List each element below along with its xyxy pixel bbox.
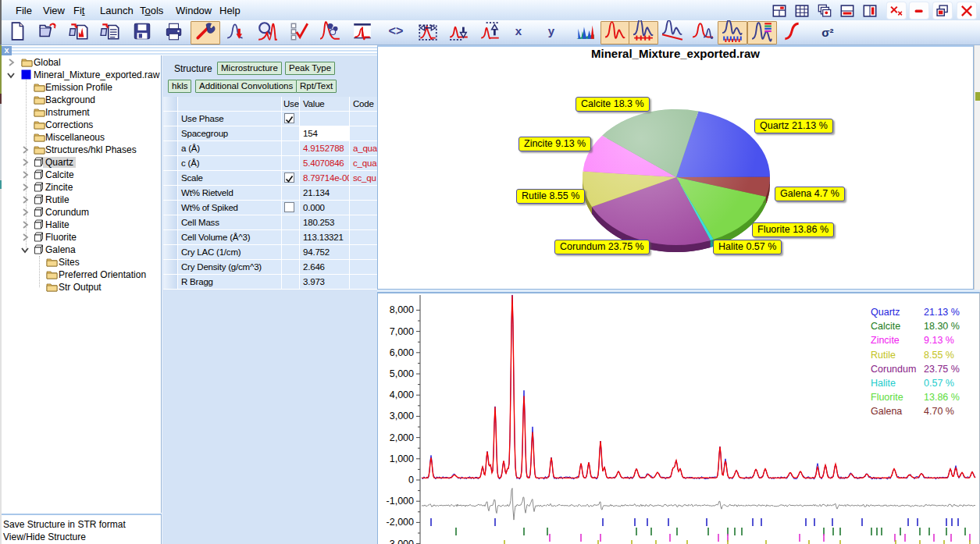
restore-button[interactable]	[933, 2, 952, 19]
tree-item-label[interactable]: Quartz	[43, 157, 76, 168]
tree-item-corrections[interactable]: Corrections	[0, 119, 162, 131]
checkbox-checked[interactable]	[284, 172, 294, 183]
panel-grip-bar[interactable]	[0, 45, 377, 55]
tree-item-label[interactable]: Background	[43, 94, 98, 105]
button-microstructure[interactable]: Microstructure	[217, 62, 282, 75]
tree-item-corundum[interactable]: Corundum	[0, 206, 162, 219]
code-cell[interactable]	[350, 201, 377, 215]
peak-shift-up-button[interactable]	[476, 21, 505, 44]
tree-item-label[interactable]: Sites	[56, 257, 82, 268]
tree-item-sites[interactable]: Sites	[0, 256, 162, 268]
chevron-right-icon[interactable]	[20, 220, 30, 229]
tree-item-halite[interactable]: Halite	[0, 219, 162, 231]
tree-item-label[interactable]: Mineral_Mixture_exported.raw	[31, 69, 162, 80]
tree-item-rutile[interactable]: Rutile	[0, 194, 162, 206]
row-header[interactable]	[163, 215, 178, 230]
code-cell[interactable]	[350, 230, 377, 245]
code-cell[interactable]	[350, 215, 377, 230]
docking-strip[interactable]	[974, 45, 980, 290]
fit-checklist-button[interactable]	[284, 21, 314, 44]
range-select-button[interactable]	[413, 21, 443, 44]
convolution-curve-button[interactable]	[777, 21, 807, 44]
new-document-button[interactable]	[2, 21, 32, 44]
value-cell[interactable]: 5.4070846	[300, 156, 350, 171]
import-document-button[interactable]	[96, 21, 126, 44]
code-cell[interactable]: c_qua	[350, 156, 377, 171]
chevron-right-icon[interactable]	[20, 158, 30, 167]
x-axis-button[interactable]: x	[504, 21, 533, 44]
value-cell[interactable]: 0.000	[300, 201, 350, 215]
sigma-squared-button[interactable]: σ²	[813, 21, 843, 44]
value-cell[interactable]	[300, 112, 350, 126]
menu-window[interactable]: Window	[173, 4, 215, 17]
code-cell[interactable]	[350, 260, 377, 275]
tree-item-label[interactable]: Corundum	[43, 207, 91, 218]
checkbox-checked[interactable]	[284, 113, 294, 123]
show-tick-marks-button[interactable]	[629, 21, 658, 44]
panel-close-icon[interactable]: x	[2, 46, 12, 55]
chevron-right-icon[interactable]	[6, 58, 16, 67]
button-hkls[interactable]: hkls	[168, 80, 191, 93]
tile-vertical-button[interactable]	[861, 2, 879, 19]
tree-item-label[interactable]: Instrument	[43, 107, 92, 118]
row-header[interactable]	[163, 126, 178, 141]
tree-item-quartz[interactable]: Quartz	[0, 156, 162, 169]
tree-item-calcite[interactable]: Calcite	[0, 169, 162, 181]
tree-item-galena[interactable]: Galena	[0, 244, 162, 256]
tree-item-label[interactable]: Structures/hkl Phases	[43, 144, 139, 155]
row-header[interactable]	[163, 245, 178, 260]
chevron-down-icon[interactable]	[6, 70, 16, 80]
code-cell[interactable]	[350, 112, 377, 126]
tree-item-label[interactable]: Global	[31, 57, 63, 68]
chevron-right-icon[interactable]	[20, 208, 30, 217]
value-cell[interactable]: 8.79714e-00	[300, 171, 350, 186]
chevron-down-icon[interactable]	[20, 245, 30, 254]
save-button[interactable]	[127, 21, 157, 44]
checkbox-unchecked[interactable]	[284, 202, 294, 212]
value-cell[interactable]: 180.253	[300, 215, 350, 230]
tree-item-structures-hkl-phases[interactable]: Structures/hkl Phases	[0, 144, 162, 156]
show-hkl-ticks-button[interactable]	[718, 21, 747, 44]
tree-item-label[interactable]: Galena	[43, 244, 78, 255]
button-additional-convolutions[interactable]: Additional Convolutions	[195, 80, 297, 93]
value-cell[interactable]: 113.13321	[300, 230, 350, 245]
peak-window-button[interactable]	[347, 21, 377, 44]
peak-search-button[interactable]	[253, 21, 283, 44]
row-header[interactable]	[163, 141, 178, 156]
tree-item-preferred-orientation[interactable]: Preferred Orientation	[0, 268, 162, 281]
close-button[interactable]	[957, 2, 976, 19]
chevron-right-icon[interactable]	[20, 183, 30, 192]
row-header[interactable]	[163, 171, 178, 186]
value-cell[interactable]: 21.134	[300, 186, 350, 201]
import-scan-button[interactable]	[65, 21, 94, 44]
show-calculated-button[interactable]	[600, 21, 630, 44]
scan-stack-button[interactable]	[570, 21, 600, 44]
row-header[interactable]	[163, 112, 178, 126]
menu-fit[interactable]: Fit	[70, 4, 87, 17]
code-cell[interactable]: sc_qu	[350, 171, 377, 186]
value-cell[interactable]: 154	[300, 126, 350, 141]
peak-shift-down-button[interactable]	[444, 21, 474, 44]
row-header[interactable]	[163, 201, 178, 215]
tree-item-label[interactable]: Preferred Orientation	[56, 269, 148, 280]
tree-item-label[interactable]: Zincite	[43, 182, 75, 193]
code-view-button[interactable]: <>	[381, 21, 411, 44]
tree-item-label[interactable]: Halite	[43, 219, 72, 230]
tree-item-label[interactable]: Miscellaneous	[43, 132, 107, 143]
show-background-button[interactable]	[657, 21, 687, 44]
code-cell[interactable]	[350, 186, 377, 201]
row-header[interactable]	[163, 186, 178, 201]
tree-item-str-output[interactable]: Str Output	[0, 281, 162, 293]
value-cell[interactable]: 2.646	[300, 260, 350, 275]
close-all-button[interactable]	[887, 2, 906, 19]
code-cell[interactable]	[350, 275, 377, 290]
tree-item-instrument[interactable]: Instrument	[0, 106, 162, 119]
menu-view[interactable]: View	[40, 4, 68, 17]
chevron-right-icon[interactable]	[20, 170, 30, 180]
chevron-right-icon[interactable]	[20, 233, 30, 242]
tree-item-label[interactable]: Emission Profile	[43, 82, 115, 93]
tree-item-label[interactable]: Str Output	[56, 282, 104, 293]
tree-item-label[interactable]: Rutile	[43, 194, 72, 205]
show-legend-button[interactable]	[747, 21, 777, 44]
button-rpt-text[interactable]: Rpt/Text	[296, 80, 337, 93]
